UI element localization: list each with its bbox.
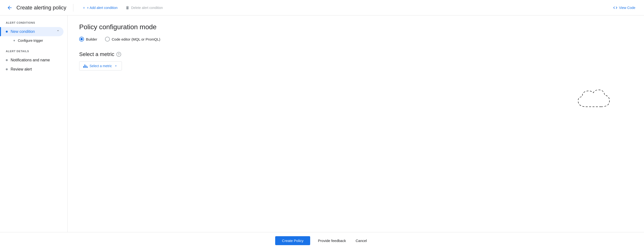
add-condition-label: + Add alert condition [87,6,118,10]
view-code-label: View Code [619,6,635,10]
dropdown-arrow-icon [114,64,118,68]
alert-conditions-label: ALERT CONDITIONS [0,21,67,24]
trigger-dot [14,40,15,41]
header-left: Create alerting policy + + Add alert con… [6,4,610,12]
select-metric-button[interactable]: Select a metric [79,61,122,71]
review-dot [6,68,8,70]
trash-icon [125,6,130,10]
builder-label: Builder [86,37,97,41]
provide-feedback-button[interactable]: Provide feedback [316,236,348,245]
view-code-button[interactable]: View Code [610,4,638,12]
bottom-bar: Create Policy Provide feedback Cancel [0,232,644,249]
header-actions: + + Add alert condition Delete alert con… [80,4,166,12]
add-icon: + [83,6,85,10]
sidebar: ALERT CONDITIONS New condition ⌃ Configu… [0,16,68,232]
configure-trigger-label: Configure trigger [18,39,43,43]
add-condition-button[interactable]: + + Add alert condition [80,4,120,12]
help-icon[interactable]: ? [116,52,121,57]
new-condition-label: New condition [10,30,54,34]
cancel-button[interactable]: Cancel [354,236,369,245]
header-right: View Code [610,4,638,12]
code-editor-label: Code editor (MQL or PromQL) [112,37,160,41]
builder-radio[interactable] [79,37,84,42]
condition-dot [6,31,8,33]
metric-title: Select a metric [79,51,114,58]
review-label: Review alert [10,67,60,72]
delete-condition-label: Delete alert condition [131,6,163,10]
mode-row: Builder Code editor (MQL or PromQL) [79,37,632,42]
back-button[interactable] [6,4,14,12]
mode-title: Policy configuration mode [79,23,632,31]
builder-radio-fill [80,38,83,40]
notifications-label: Notifications and name [10,58,60,62]
code-icon [613,5,618,10]
code-editor-radio[interactable] [105,37,110,42]
builder-option[interactable]: Builder [79,37,97,42]
select-metric-btn-label: Select a metric [90,64,112,68]
cloud-path [578,90,610,107]
bar-chart-icon [83,64,88,68]
sidebar-item-configure-trigger[interactable]: Configure trigger [0,36,64,45]
main: ALERT CONDITIONS New condition ⌃ Configu… [0,16,644,232]
delete-condition-button[interactable]: Delete alert condition [122,4,166,12]
content-area: Policy configuration mode Builder Code e… [68,16,644,232]
metric-title-row: Select a metric ? [79,51,632,58]
chevron-up-icon: ⌃ [56,30,60,34]
header: Create alerting policy + + Add alert con… [0,0,644,16]
create-policy-button[interactable]: Create Policy [275,236,310,245]
header-divider [73,4,74,12]
page-title: Create alerting policy [16,5,66,11]
cloud-illustration [565,85,613,114]
sidebar-item-new-condition[interactable]: New condition ⌃ [0,27,64,36]
active-bar [0,27,1,36]
alert-details-label: ALERT DETAILS [0,50,67,53]
code-editor-option[interactable]: Code editor (MQL or PromQL) [105,37,160,42]
sidebar-item-review[interactable]: Review alert [0,65,64,74]
notifications-dot [6,59,8,61]
sidebar-item-notifications[interactable]: Notifications and name [0,56,64,65]
